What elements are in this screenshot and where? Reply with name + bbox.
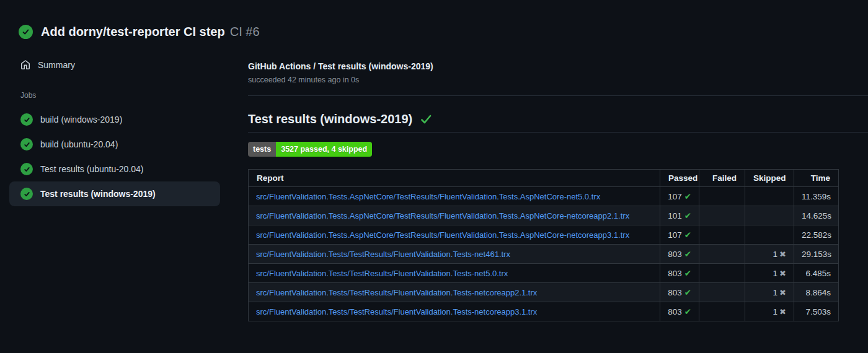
skipped-cell: 1✖ xyxy=(745,302,794,321)
skipped-cell xyxy=(745,187,794,206)
skipped-cross-icon: ✖ xyxy=(779,288,786,297)
skipped-cell: 1✖ xyxy=(745,283,794,302)
sidebar: Summary Jobs build (windows-2019) build … xyxy=(0,46,242,206)
job-success-check-icon xyxy=(20,113,33,126)
report-file-link[interactable]: src/FluentValidation.Tests.AspNetCore/Te… xyxy=(256,192,600,201)
table-row: src/FluentValidation.Tests/TestResults/F… xyxy=(249,245,839,264)
job-label: build (windows-2019) xyxy=(40,115,122,124)
run-number: CI #6 xyxy=(230,25,260,39)
job-label: Test results (ubuntu-20.04) xyxy=(40,164,144,174)
column-header-report: Report xyxy=(249,170,660,187)
time-cell: 29.153s xyxy=(794,245,839,264)
report-cell: src/FluentValidation.Tests.AspNetCore/Te… xyxy=(249,225,660,245)
tests-badge-value: 3527 passed, 4 skipped xyxy=(276,142,372,157)
job-success-check-icon xyxy=(20,138,33,150)
time-cell: 6.485s xyxy=(794,264,839,283)
table-row: src/FluentValidation.Tests/TestResults/F… xyxy=(249,264,839,283)
time-cell: 8.864s xyxy=(794,283,839,302)
failed-cell xyxy=(699,264,745,283)
passed-cell: 803✔ xyxy=(660,245,699,264)
run-header: Add dorny/test-reporter CI step CI #6 xyxy=(0,0,868,46)
failed-cell xyxy=(699,302,745,321)
table-row: src/FluentValidation.Tests.AspNetCore/Te… xyxy=(249,225,839,245)
passed-cell: 107✔ xyxy=(660,187,699,206)
tests-badge: tests 3527 passed, 4 skipped xyxy=(248,142,372,157)
report-cell: src/FluentValidation.Tests/TestResults/F… xyxy=(249,302,660,321)
passed-check-icon: ✔ xyxy=(684,211,691,220)
report-file-link[interactable]: src/FluentValidation.Tests/TestResults/F… xyxy=(256,307,537,316)
sidebar-item-job[interactable]: build (windows-2019) xyxy=(9,107,220,132)
skipped-cross-icon: ✖ xyxy=(779,307,786,316)
job-success-check-icon xyxy=(20,188,33,200)
time-cell: 11.359s xyxy=(794,187,839,206)
report-file-link[interactable]: src/FluentValidation.Tests/TestResults/F… xyxy=(256,288,537,297)
table-header-row: ReportPassedFailedSkippedTime xyxy=(249,170,839,187)
report-cell: src/FluentValidation.Tests.AspNetCore/Te… xyxy=(249,206,660,225)
report-file-link[interactable]: src/FluentValidation.Tests/TestResults/F… xyxy=(256,250,510,259)
report-cell: src/FluentValidation.Tests/TestResults/F… xyxy=(249,283,660,302)
report-cell: src/FluentValidation.Tests/TestResults/F… xyxy=(249,245,660,264)
passed-cell: 101✔ xyxy=(660,206,699,225)
section-header: Test results (windows-2019) xyxy=(248,110,868,133)
table-row: src/FluentValidation.Tests.AspNetCore/Te… xyxy=(249,206,839,225)
failed-cell xyxy=(699,206,745,225)
table-body: src/FluentValidation.Tests.AspNetCore/Te… xyxy=(249,187,839,321)
table-row: src/FluentValidation.Tests.AspNetCore/Te… xyxy=(249,187,839,206)
section-title: Test results (windows-2019) xyxy=(248,110,412,128)
job-success-check-icon xyxy=(20,163,33,175)
skipped-cell: 1✖ xyxy=(745,264,794,283)
column-header-failed: Failed xyxy=(699,170,745,187)
check-run-status: succeeded 42 minutes ago in 0s xyxy=(248,75,868,85)
home-icon xyxy=(20,60,30,70)
passed-check-icon: ✔ xyxy=(684,250,691,259)
job-label: build (ubuntu-20.04) xyxy=(40,139,118,149)
main-panel: GitHub Actions / Test results (windows-2… xyxy=(242,46,868,321)
column-header-time: Time xyxy=(794,170,839,187)
section-success-check-icon xyxy=(420,113,433,126)
skipped-cell xyxy=(745,206,794,225)
failed-cell xyxy=(699,245,745,264)
table-row: src/FluentValidation.Tests/TestResults/F… xyxy=(249,283,839,302)
sidebar-item-job[interactable]: Test results (ubuntu-20.04) xyxy=(9,157,220,181)
run-title: Add dorny/test-reporter CI step xyxy=(41,25,225,39)
column-header-skipped: Skipped xyxy=(745,170,794,187)
failed-cell xyxy=(699,283,745,302)
report-cell: src/FluentValidation.Tests.AspNetCore/Te… xyxy=(249,187,660,206)
failed-cell xyxy=(699,187,745,206)
sidebar-item-job[interactable]: build (ubuntu-20.04) xyxy=(9,132,220,157)
check-run-title: GitHub Actions / Test results (windows-2… xyxy=(248,61,868,71)
tests-badge-label: tests xyxy=(248,142,276,157)
skipped-cross-icon: ✖ xyxy=(779,269,786,278)
passed-check-icon: ✔ xyxy=(684,288,691,297)
time-cell: 22.582s xyxy=(794,225,839,245)
test-results-table: ReportPassedFailedSkippedTime src/Fluent… xyxy=(248,169,839,321)
passed-cell: 803✔ xyxy=(660,302,699,321)
job-label: Test results (windows-2019) xyxy=(40,189,156,199)
sidebar-item-job[interactable]: Test results (windows-2019) xyxy=(9,181,220,206)
time-cell: 7.503s xyxy=(794,302,839,321)
failed-cell xyxy=(699,225,745,245)
jobs-heading: Jobs xyxy=(9,87,220,104)
sidebar-item-summary[interactable]: Summary xyxy=(9,53,220,77)
table-row: src/FluentValidation.Tests/TestResults/F… xyxy=(249,302,839,321)
skipped-cell xyxy=(745,225,794,245)
passed-cell: 803✔ xyxy=(660,264,699,283)
report-file-link[interactable]: src/FluentValidation.Tests/TestResults/F… xyxy=(256,269,508,278)
run-success-check-icon xyxy=(19,25,33,39)
divider xyxy=(248,95,868,96)
skipped-cross-icon: ✖ xyxy=(779,250,786,259)
passed-check-icon: ✔ xyxy=(684,192,691,201)
passed-cell: 107✔ xyxy=(660,225,699,245)
report-cell: src/FluentValidation.Tests/TestResults/F… xyxy=(249,264,660,283)
jobs-list: build (windows-2019) build (ubuntu-20.04… xyxy=(9,107,220,206)
report-file-link[interactable]: src/FluentValidation.Tests.AspNetCore/Te… xyxy=(256,211,629,220)
summary-label: Summary xyxy=(38,60,75,70)
report-file-link[interactable]: src/FluentValidation.Tests.AspNetCore/Te… xyxy=(256,230,629,240)
skipped-cell: 1✖ xyxy=(745,245,794,264)
passed-check-icon: ✔ xyxy=(684,307,691,316)
passed-cell: 803✔ xyxy=(660,283,699,302)
time-cell: 14.625s xyxy=(794,206,839,225)
passed-check-icon: ✔ xyxy=(684,269,691,278)
column-header-passed: Passed xyxy=(660,170,699,187)
passed-check-icon: ✔ xyxy=(684,230,691,240)
